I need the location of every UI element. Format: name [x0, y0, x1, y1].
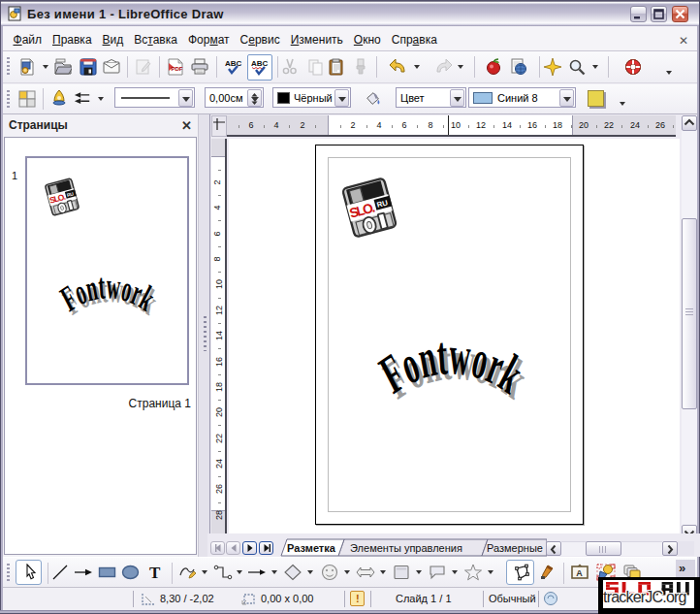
svg-text:ABC: ABC: [225, 59, 242, 68]
svg-text:Разметка: Разметка: [287, 542, 336, 554]
svg-text:PDF: PDF: [172, 66, 183, 72]
svg-text:ABC: ABC: [251, 59, 269, 68]
svg-text:Элементы управления: Элементы управления: [350, 542, 462, 554]
svg-text:A: A: [576, 568, 583, 578]
svg-text:T: T: [149, 564, 161, 581]
svg-text:Размерные: Размерные: [487, 542, 543, 554]
